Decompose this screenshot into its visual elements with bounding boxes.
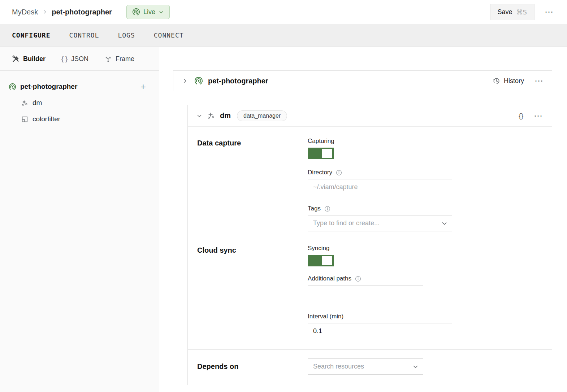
tab-control[interactable]: CONTROL [69, 31, 99, 39]
header-overflow-menu-icon[interactable]: ⋯ [545, 8, 554, 16]
tree-machine-label: pet-photographer [20, 83, 77, 91]
collapse-dm-chevron-icon[interactable] [196, 113, 202, 119]
mode-tab-json-label: JSON [71, 55, 88, 63]
mode-tab-builder[interactable]: Builder [12, 55, 46, 63]
tree-colorfilter-label: colorfilter [33, 115, 60, 123]
chevron-right-icon [42, 9, 47, 14]
cloud-sync-title: Cloud sync [197, 245, 308, 339]
depends-on-select-input[interactable] [308, 358, 423, 375]
additional-paths-label: Additional paths [308, 275, 351, 282]
colorfilter-transform-icon [21, 116, 29, 123]
save-button-label: Save [498, 8, 512, 16]
add-resource-button[interactable]: + [140, 82, 146, 91]
data-capture-section: Data capture Capturing Directory [188, 127, 552, 231]
info-icon[interactable] [355, 275, 362, 282]
service-type-badge: data_manager [237, 110, 287, 121]
mode-tab-builder-label: Builder [23, 55, 46, 63]
data-capture-title: Data capture [197, 138, 308, 231]
live-status-label: Live [143, 8, 155, 16]
breadcrumb-current: pet-photographer [52, 8, 112, 16]
expand-machine-chevron-icon[interactable] [182, 78, 188, 84]
info-icon[interactable] [324, 205, 331, 212]
tree-dm-label: dm [33, 99, 42, 107]
dm-service-card: dm data_manager {} ⋯ Data capture Captur… [187, 105, 552, 385]
capturing-toggle[interactable] [308, 148, 334, 159]
app-header: MyDesk pet-photographer Live Save ⌘S ⋯ [0, 0, 567, 24]
save-button[interactable]: Save ⌘S [490, 4, 534, 20]
depends-on-section: Depends on [188, 350, 552, 385]
machine-card: pet-photographer History ⋯ [173, 70, 552, 91]
main-content: pet-photographer History ⋯ dm data_manag… [159, 47, 567, 392]
machine-icon [9, 83, 16, 91]
mode-tab-json[interactable]: { } JSON [61, 55, 88, 63]
tab-connect[interactable]: CONNECT [154, 31, 184, 39]
save-shortcut-hint: ⌘S [516, 8, 527, 16]
machine-live-icon [132, 8, 140, 16]
dm-card-menu-icon[interactable]: ⋯ [534, 112, 543, 120]
builder-tools-icon [12, 55, 20, 63]
resource-tree: pet-photographer + dm colorfilter [0, 71, 159, 125]
breadcrumb: MyDesk pet-photographer [12, 8, 112, 16]
tags-select-input[interactable] [308, 215, 452, 231]
tree-item-colorfilter[interactable]: colorfilter [0, 113, 159, 125]
capturing-label: Capturing [308, 138, 334, 145]
nav-tabbar: CONFIGURE CONTROL LOGS CONNECT [0, 24, 567, 47]
sidebar-mode-tabs: Builder { } JSON Frame [0, 47, 159, 71]
directory-input[interactable] [308, 179, 452, 195]
chevron-down-icon [159, 9, 164, 15]
dm-card-title: dm [220, 112, 231, 120]
syncing-label: Syncing [308, 245, 329, 252]
directory-label: Directory [308, 169, 332, 176]
mode-tab-frame[interactable]: Frame [104, 55, 134, 63]
tags-label: Tags [308, 205, 321, 212]
machine-icon [194, 77, 203, 85]
config-sidebar: Builder { } JSON Frame pet-photographer … [0, 47, 159, 392]
dm-card-header: dm data_manager {} ⋯ [188, 105, 552, 127]
tab-configure[interactable]: CONFIGURE [12, 31, 51, 39]
syncing-toggle[interactable] [308, 255, 334, 266]
tab-logs[interactable]: LOGS [118, 31, 135, 39]
machine-card-title: pet-photographer [208, 77, 268, 85]
interval-input[interactable] [308, 323, 452, 339]
tree-item-machine[interactable]: pet-photographer + [0, 80, 159, 93]
info-icon[interactable] [336, 169, 342, 176]
history-label: History [504, 77, 524, 85]
tree-item-dm[interactable]: dm [0, 97, 159, 109]
history-button[interactable]: History [493, 77, 524, 85]
cloud-sync-section: Cloud sync Syncing Additional paths [188, 231, 552, 339]
additional-paths-textarea[interactable] [308, 285, 423, 303]
braces-icon: { } [61, 55, 68, 63]
sparkle-service-icon [207, 112, 215, 120]
frame-axes-icon [104, 55, 112, 63]
mode-tab-frame-label: Frame [116, 55, 134, 63]
history-clock-icon [493, 77, 500, 85]
live-status-dropdown[interactable]: Live [126, 5, 170, 19]
dm-json-braces-icon[interactable]: {} [519, 112, 523, 120]
sparkle-service-icon [21, 99, 29, 107]
depends-on-title: Depends on [197, 358, 308, 375]
breadcrumb-parent-link[interactable]: MyDesk [12, 8, 38, 16]
interval-label: Interval (min) [308, 313, 343, 320]
machine-card-menu-icon[interactable]: ⋯ [534, 77, 544, 85]
